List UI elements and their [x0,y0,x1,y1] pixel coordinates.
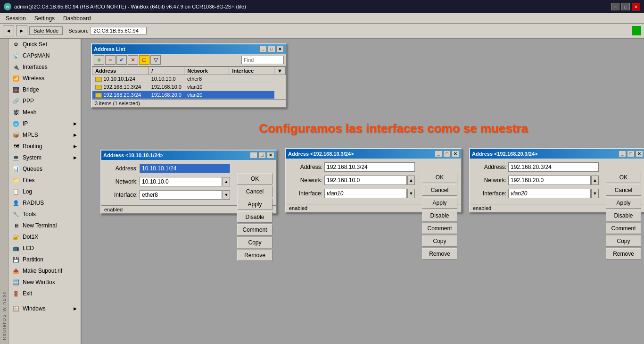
safe-mode-button[interactable]: Safe Mode [29,26,63,35]
col-sort[interactable]: / [149,67,184,75]
maximize-button[interactable]: □ [621,3,630,10]
dialog3-interface-input[interactable] [508,189,591,198]
dialog3-close[interactable]: ✕ [636,151,643,157]
sidebar-item-quick-set[interactable]: ⚙ Quick Set [8,39,81,50]
dialog2-min[interactable]: _ [435,151,442,157]
dialog3-network-input[interactable] [508,176,591,185]
dialog2-titlebar[interactable]: Address <192.168.10.3/24> _ □ ✕ [286,149,461,159]
sidebar-item-dot1x[interactable]: 🔐 Dot1X [8,231,81,243]
dialog2-ok-button[interactable]: OK [422,172,457,183]
col-address[interactable]: Address [92,67,149,75]
dialog2-address-input[interactable] [324,162,415,172]
dialog3-interface-dropdown[interactable]: ▼ [591,189,599,198]
sidebar-item-capsman[interactable]: 📡 CAPsMAN [8,50,81,61]
dialog1-address-input[interactable] [140,164,230,173]
sidebar-item-wireless[interactable]: 📶 Wireless [8,73,81,84]
addr-list-close[interactable]: ✕ [276,46,284,52]
sidebar-item-files[interactable]: 📁 Files [8,175,81,186]
sidebar-item-interfaces[interactable]: 🔌 Interfaces [8,61,81,73]
dialog1-close[interactable]: ✕ [267,152,274,159]
address-list-titlebar[interactable]: Address List _ □ ✕ [92,44,286,54]
dialog2-interface-input[interactable] [324,189,407,198]
dialog3-cancel-button[interactable]: Cancel [606,185,641,196]
dialog3-max[interactable]: □ [627,151,635,157]
sidebar-item-partition[interactable]: 💾 Partition [8,254,81,265]
dialog3-min[interactable]: _ [619,151,626,157]
dialog3-remove-button[interactable]: Remove [606,248,641,260]
dialog1-interface-dropdown[interactable]: ▼ [223,190,230,200]
copy-address-button[interactable]: □ [139,55,149,65]
dialog3-disable-button[interactable]: Disable [606,210,641,221]
dialog2-apply-button[interactable]: Apply [422,197,457,209]
sidebar-item-make-supout[interactable]: 📤 Make Supout.rif [8,265,81,277]
back-button[interactable]: ◄ [3,25,14,36]
sidebar-item-routing[interactable]: 🗺 Routing ▶ [8,141,81,152]
table-row[interactable]: 192.168.10.3/24 192.168.10.0 vlan10 [92,83,286,91]
sidebar-item-ip[interactable]: 🌐 IP ▶ [8,118,81,129]
add-address-button[interactable]: + [94,55,104,65]
dialog2-close[interactable]: ✕ [452,151,459,157]
disable-address-button[interactable]: ✕ [128,55,138,65]
table-row[interactable]: 10.10.10.1/24 10.10.10.0 ether8 [92,75,286,83]
dialog2-comment-button[interactable]: Comment [422,223,457,234]
dialog3-ok-button[interactable]: OK [606,172,641,183]
menu-settings[interactable]: Settings [31,14,58,23]
dialog2-disable-button[interactable]: Disable [422,210,457,221]
enable-address-button[interactable]: ✔ [116,55,127,65]
dialog1-cancel-button[interactable]: Cancel [237,186,272,197]
forward-button[interactable]: ► [16,25,27,36]
dialog2-interface-dropdown[interactable]: ▼ [407,189,415,198]
close-button[interactable]: ✕ [632,3,640,10]
sidebar-item-radius[interactable]: 👤 RADIUS [8,197,81,209]
dialog1-disable-button[interactable]: Disable [237,211,272,223]
dialog1-max[interactable]: □ [258,152,266,159]
sidebar-item-mpls[interactable]: 📦 MPLS ▶ [8,129,81,141]
menu-dashboard[interactable]: Dashboard [59,14,95,23]
sidebar-item-lcd[interactable]: 📺 LCD [8,243,81,254]
col-network[interactable]: Network [184,67,229,75]
dialog2-network-input[interactable] [324,176,407,185]
address-find-input[interactable] [241,56,284,64]
dialog2-network-up[interactable]: ▲ [407,176,415,185]
menu-session[interactable]: Session [2,14,30,23]
col-scroll[interactable]: ▼ [274,67,286,75]
sidebar-item-ppp[interactable]: 🔗 PPP [8,95,81,107]
dialog2-copy-button[interactable]: Copy [422,235,457,247]
minimize-button[interactable]: ─ [611,3,619,10]
dialog3-copy-button[interactable]: Copy [606,235,641,247]
dialog3-apply-button[interactable]: Apply [606,197,641,209]
sidebar-item-system[interactable]: 💻 System ▶ [8,152,81,163]
sidebar-item-tools[interactable]: 🔧 Tools [8,209,81,220]
dialog2-cancel-button[interactable]: Cancel [422,185,457,196]
sidebar-item-new-terminal[interactable]: 🖥 New Terminal [8,220,81,231]
dialog1-network-input[interactable] [140,177,222,186]
sidebar-item-exit[interactable]: 🚪 Exit [8,288,81,299]
addr-list-min[interactable]: _ [259,46,267,52]
dialog2-max[interactable]: □ [443,151,451,157]
sidebar-item-bridge[interactable]: 🌉 Bridge [8,84,81,95]
dialog1-remove-button[interactable]: Remove [237,250,272,261]
sidebar-item-mesh[interactable]: 🕸 Mesh [8,107,81,118]
dialog1-network-up[interactable]: ▲ [223,177,230,186]
dialog3-titlebar[interactable]: Address <192.168.20.3/24> _ □ ✕ [470,149,644,159]
addr-list-max[interactable]: □ [268,46,275,52]
remove-address-button[interactable]: − [105,55,116,65]
sidebar-item-queues[interactable]: 📊 Queues [8,163,81,175]
col-interface[interactable]: Interface [229,67,274,75]
dialog3-address-input[interactable] [508,162,599,172]
filter-address-button[interactable]: ▽ [150,55,161,65]
dialog1-interface-input[interactable] [140,190,222,200]
dialog1-comment-button[interactable]: Comment [237,224,272,235]
sidebar-item-new-winbox[interactable]: 🆕 New WinBox [8,277,81,288]
sidebar-item-windows[interactable]: 🪟 Windows ▶ [8,303,81,314]
dialog2-remove-button[interactable]: Remove [422,248,457,260]
dialog1-titlebar[interactable]: Address <10.10.10.1/24> _ □ ✕ [101,151,276,160]
dialog1-min[interactable]: _ [250,152,257,159]
dialog3-network-up[interactable]: ▲ [591,176,599,185]
dialog1-ok-button[interactable]: OK [237,173,272,185]
dialog1-copy-button[interactable]: Copy [237,237,272,248]
sidebar-item-log[interactable]: 📋 Log [8,186,81,197]
dialog3-comment-button[interactable]: Comment [606,223,641,234]
table-row[interactable]: 192.168.20.3/24 192.168.20.0 vlan20 [92,91,286,99]
dialog1-apply-button[interactable]: Apply [237,199,272,210]
